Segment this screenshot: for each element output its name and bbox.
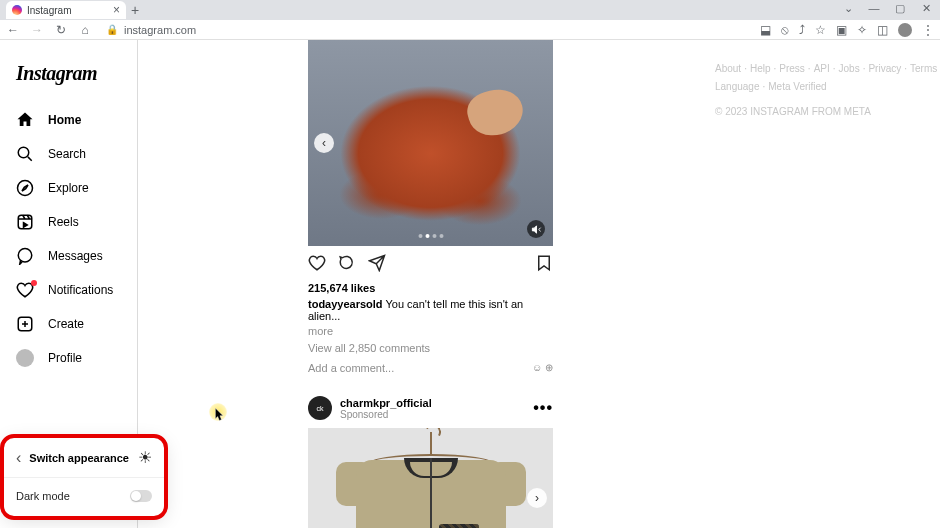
close-tab-icon[interactable]: × [113,3,120,17]
post2-header: ck charmkpr_official Sponsored ••• [308,384,553,428]
notification-dot [31,280,37,286]
footer-link: · [763,81,766,92]
incognito-icon[interactable]: ⦸ [781,23,789,37]
dark-mode-toggle[interactable] [130,490,152,502]
nav-label: Search [48,147,86,161]
feed: ‹ 215,674 likes todayyearsold You can't … [138,40,715,528]
footer-link[interactable]: Jobs [839,63,860,74]
extensions-icon[interactable]: ✧ [857,23,867,37]
window-maximize-icon[interactable]: ▢ [892,2,908,15]
carousel-dots [418,234,443,238]
footer-link[interactable]: Language [715,81,760,92]
view-comments-link[interactable]: View all 2,850 comments [308,338,715,358]
kebab-menu-icon[interactable]: ⋮ [922,23,934,37]
svg-point-1 [18,181,33,196]
appearance-popup-header: ‹ Switch appearance ☀ [4,438,164,477]
share-button[interactable] [368,254,386,276]
footer-link[interactable]: Meta Verified [768,81,826,92]
home-icon [16,111,34,129]
footer-link[interactable]: Terms [910,63,937,74]
footer-link: · [863,63,866,74]
window-dropdown-icon[interactable]: ⌄ [840,2,856,15]
url-text: instagram.com [124,24,196,36]
post-image-octopus [308,40,553,246]
profile-avatar-browser[interactable] [898,23,912,37]
logo-text: Instagram [16,62,97,84]
footer-link[interactable]: About [715,63,741,74]
bookmark-icon[interactable]: ☆ [815,23,826,37]
toolbar-right: ⬓ ⦸ ⤴ ☆ ▣ ✧ ◫ ⋮ [760,23,934,37]
likes-count[interactable]: 215,674 likes [308,280,715,296]
back-button[interactable]: ← [6,23,20,37]
footer-link[interactable]: Press [779,63,805,74]
new-tab-button[interactable]: + [126,2,144,18]
nav-label: Reels [48,215,79,229]
browser-tab[interactable]: Instagram × [6,1,126,19]
compass-icon [16,179,34,197]
footer-link[interactable]: Help [750,63,771,74]
reload-button[interactable]: ↻ [54,23,68,37]
post2-sponsored-label: Sponsored [340,409,432,420]
right-column: About·Help·Press·API·Jobs·Privacy·Terms·… [715,40,940,528]
install-icon[interactable]: ⬓ [760,23,771,37]
nav-reels[interactable]: Reels [12,205,125,239]
footer-link[interactable]: Privacy [868,63,901,74]
nav-label: Profile [48,351,82,365]
nav-search[interactable]: Search [12,137,125,171]
add-comment-input[interactable]: Add a comment... [308,362,394,374]
search-icon [16,145,34,163]
nav-label: Notifications [48,283,113,297]
svg-point-3 [18,249,32,263]
post2-username[interactable]: charmkpr_official [340,397,432,409]
home-button-browser[interactable]: ⌂ [78,23,92,37]
url-display[interactable]: 🔒 instagram.com [106,24,196,36]
window-minimize-icon[interactable]: — [866,2,882,15]
reels-icon [16,213,34,231]
sun-icon: ☀ [138,448,152,467]
footer-link[interactable]: API [814,63,830,74]
post-media[interactable]: ‹ [308,40,553,246]
add-comment-row: Add a comment... ☺ ⊕ [308,358,553,384]
necklace-graphic [430,458,432,528]
post2-media[interactable]: › [308,428,553,528]
carousel-next-button[interactable]: › [527,488,547,508]
post2-more-button[interactable]: ••• [533,399,553,417]
appearance-popup: ‹ Switch appearance ☀ Dark mode [4,438,164,516]
profile-avatar-icon [16,349,34,367]
share-icon[interactable]: ⤴ [799,23,805,37]
caption-more[interactable]: more [308,324,715,338]
save-button[interactable] [535,254,553,276]
like-button[interactable] [308,254,326,276]
dark-mode-row[interactable]: Dark mode [4,478,164,516]
emoji-picker-icon[interactable]: ☺ ⊕ [532,362,553,374]
nav-home[interactable]: Home [12,103,125,137]
instagram-favicon [12,5,22,15]
carousel-prev-button[interactable]: ‹ [314,133,334,153]
footer-link: · [904,63,907,74]
tab-title: Instagram [27,5,71,16]
post2-avatar[interactable]: ck [308,396,332,420]
nav-label: Home [48,113,81,127]
nav-notifications[interactable]: Notifications [12,273,125,307]
instagram-logo[interactable]: Instagram [16,62,125,85]
nav-messages[interactable]: Messages [12,239,125,273]
popup-back-button[interactable]: ‹ [16,449,21,467]
plus-square-icon [16,315,34,333]
nav-explore[interactable]: Explore [12,171,125,205]
nav-create[interactable]: Create [12,307,125,341]
post-actions [308,246,553,280]
comment-button[interactable] [338,254,356,276]
side-panel-icon[interactable]: ◫ [877,23,888,37]
heart-icon [16,281,34,299]
address-bar: ← → ↻ ⌂ 🔒 instagram.com ⬓ ⦸ ⤴ ☆ ▣ ✧ ◫ ⋮ [0,20,940,40]
messages-icon [16,247,34,265]
window-close-icon[interactable]: ✕ [918,2,934,15]
lock-icon: 🔒 [106,24,118,35]
mute-button[interactable] [527,220,545,238]
browser-chrome: Instagram × + ⌄ — ▢ ✕ ← → ↻ ⌂ 🔒 instagra… [0,0,940,40]
caption-username[interactable]: todayyearsold [308,298,383,310]
forward-button[interactable]: → [30,23,44,37]
tab-strip: Instagram × + [0,0,940,20]
nav-profile[interactable]: Profile [12,341,125,375]
camera-icon[interactable]: ▣ [836,23,847,37]
